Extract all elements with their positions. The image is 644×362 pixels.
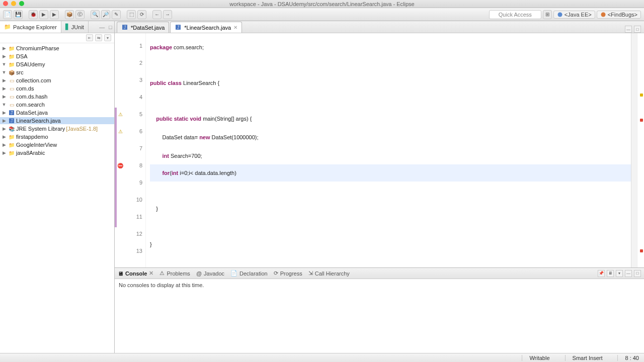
- tab-progress[interactable]: ⟳ Progress: [274, 270, 302, 277]
- bottom-panel: 🖥 Console ✕ ⚠ Problems @ Javadoc 📄 Decla…: [115, 267, 644, 353]
- tree-item[interactable]: src: [16, 69, 24, 75]
- tree-item[interactable]: GoogleInterView: [16, 142, 57, 148]
- maximize-view-icon[interactable]: □: [107, 24, 114, 30]
- overview-warning-icon[interactable]: [640, 94, 643, 97]
- warning-marker-icon[interactable]: ⚠: [117, 106, 124, 123]
- tree-item[interactable]: java8Arabic: [16, 150, 45, 156]
- view-menu-icon[interactable]: ▾: [104, 34, 111, 41]
- tree-file-active[interactable]: LinearSearch.java: [16, 118, 61, 124]
- nav-fwd-button[interactable]: →: [163, 10, 172, 19]
- tab-problems[interactable]: ⚠ Problems: [159, 270, 190, 277]
- editor-tab-dataset[interactable]: 🅹*DataSet.java: [117, 22, 169, 33]
- marker-gutter: ⚠ ⚠ ⛔: [117, 33, 124, 267]
- status-bar: Writable Smart Insert 8 : 40: [0, 353, 644, 362]
- perspective-javaee[interactable]: <Java EE>: [553, 11, 595, 19]
- zoom-window-icon[interactable]: [19, 1, 24, 6]
- close-icon[interactable]: ✕: [149, 270, 153, 277]
- tab-console[interactable]: 🖥 Console ✕: [118, 270, 153, 277]
- collapse-all-icon[interactable]: ⇤: [86, 34, 93, 41]
- window-title: workspace - Java - DSAUdemy/src/com/sear…: [229, 1, 414, 7]
- window-titlebar: workspace - Java - DSAUdemy/src/com/sear…: [0, 0, 644, 8]
- overview-ruler[interactable]: [637, 33, 644, 267]
- svg-point-1: [601, 12, 605, 17]
- tree-item[interactable]: JRE System Library: [16, 126, 65, 132]
- overview-error-icon[interactable]: [640, 119, 643, 122]
- tree-item[interactable]: DSA: [16, 53, 28, 59]
- link-editor-icon[interactable]: ⇆: [95, 34, 102, 41]
- tab-package-explorer[interactable]: 📁 Package Explorer: [0, 21, 61, 33]
- tree-item[interactable]: com.ds: [16, 85, 34, 92]
- search-button[interactable]: 🔎: [101, 10, 110, 19]
- quick-access-field[interactable]: Quick Access: [489, 10, 541, 19]
- new-button[interactable]: 📄: [3, 10, 12, 19]
- close-window-icon[interactable]: [3, 1, 8, 6]
- package-explorer-panel: 📁 Package Explorer ▋JUnit — □ ⇤ ⇆ ▾ ▶📁Ch…: [0, 21, 115, 353]
- status-writable: Writable: [522, 355, 549, 361]
- tree-item[interactable]: collection.com: [16, 77, 51, 83]
- save-button[interactable]: 💾: [14, 10, 23, 19]
- tree-item[interactable]: firstappdemo: [16, 134, 48, 140]
- editor-area: 🅹*DataSet.java 🅹*LinearSearch.java✕ — □ …: [115, 21, 644, 353]
- line-number-gutter: 12345678910111213: [124, 33, 146, 267]
- open-type-button[interactable]: 🔍: [91, 10, 100, 19]
- open-perspective-button[interactable]: ⊞: [543, 10, 552, 19]
- tab-call-hierarchy[interactable]: ⇲ Call Hierarchy: [308, 270, 350, 277]
- nav-back-button[interactable]: ←: [152, 10, 162, 19]
- vertical-scrollbar[interactable]: [631, 33, 637, 267]
- pin-console-icon[interactable]: 📌: [598, 270, 605, 277]
- tree-item[interactable]: com.search: [16, 102, 45, 108]
- editor-minimize-icon[interactable]: —: [625, 26, 632, 33]
- tab-javadoc[interactable]: @ Javadoc: [196, 270, 224, 277]
- code-editor[interactable]: package com.search; public class LinearS…: [146, 33, 631, 267]
- minimize-console-icon[interactable]: —: [625, 270, 632, 277]
- tree-item[interactable]: com.ds.hash: [16, 94, 47, 100]
- console-content: No consoles to display at this time.: [115, 279, 644, 353]
- tree-item[interactable]: DSAUdemy: [16, 61, 45, 67]
- error-marker-icon[interactable]: ⛔: [117, 157, 124, 174]
- format-button[interactable]: ⬚: [127, 10, 136, 19]
- tab-junit[interactable]: ▋JUnit: [61, 21, 89, 33]
- tab-declaration[interactable]: 📄 Declaration: [230, 270, 268, 277]
- close-tab-icon[interactable]: ✕: [233, 25, 237, 30]
- traffic-lights: [3, 1, 24, 6]
- minimize-view-icon[interactable]: —: [97, 24, 107, 30]
- debug-button[interactable]: 🐞: [29, 10, 38, 19]
- display-console-icon[interactable]: 🖥: [607, 270, 614, 277]
- editor-maximize-icon[interactable]: □: [634, 26, 641, 33]
- tree-item[interactable]: ChromiumPharse: [16, 45, 59, 51]
- new-class-button[interactable]: Ⓒ: [75, 10, 85, 19]
- tree-file[interactable]: DataSet.java: [16, 110, 48, 116]
- run-last-button[interactable]: ▶: [50, 10, 59, 19]
- toggle-mark-button[interactable]: ✎: [112, 10, 121, 19]
- minimize-window-icon[interactable]: [11, 1, 16, 6]
- new-package-button[interactable]: 📦: [65, 10, 74, 19]
- status-insert-mode: Smart Insert: [565, 355, 603, 361]
- perspective-findbugs[interactable]: <FindBugs>: [597, 11, 641, 19]
- overview-error-icon[interactable]: [640, 249, 643, 252]
- warning-marker-icon[interactable]: ⚠: [117, 123, 124, 140]
- editor-tab-linearsearch[interactable]: 🅹*LinearSearch.java✕: [170, 22, 242, 33]
- maximize-console-icon[interactable]: □: [634, 270, 641, 277]
- open-console-icon[interactable]: ▾: [616, 270, 623, 277]
- svg-point-0: [557, 12, 562, 17]
- project-tree[interactable]: ▶📁ChromiumPharse ▶📁DSA ▼📁DSAUdemy ▼📦src …: [0, 43, 114, 353]
- status-cursor-position: 8 : 40: [617, 355, 639, 361]
- main-toolbar: 📄 💾 🐞 ▶ ▶ 📦 Ⓒ 🔍 🔎 ✎ ⬚ ⟳ ← → Quick Access…: [0, 8, 644, 21]
- run-button[interactable]: ▶: [39, 10, 48, 19]
- refresh-button[interactable]: ⟳: [137, 10, 146, 19]
